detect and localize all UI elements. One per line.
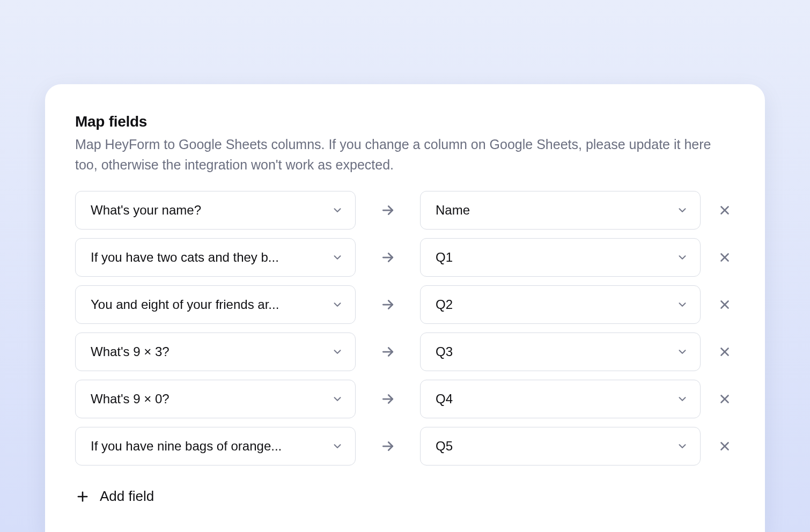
chevron-down-icon: [332, 204, 343, 216]
mapping-row: You and eight of your friends ar... Q2: [75, 285, 735, 324]
source-field-select[interactable]: What's 9 × 3?: [75, 332, 356, 371]
arrow-right-icon: [370, 249, 406, 265]
target-column-label: Q3: [436, 344, 453, 359]
remove-row-button[interactable]: [715, 345, 735, 359]
source-field-label: What's your name?: [91, 203, 201, 218]
target-column-label: Q1: [436, 250, 453, 265]
arrow-right-icon: [370, 438, 406, 454]
arrow-right-icon: [370, 391, 406, 407]
chevron-down-icon: [332, 252, 343, 263]
remove-row-button[interactable]: [715, 250, 735, 264]
chevron-down-icon: [332, 299, 343, 311]
target-column-select[interactable]: Q5: [420, 427, 701, 466]
source-field-select[interactable]: If you have two cats and they b...: [75, 238, 356, 277]
target-column-select[interactable]: Q4: [420, 380, 701, 418]
source-field-label: You and eight of your friends ar...: [91, 297, 279, 312]
section-title: Map fields: [75, 113, 735, 130]
chevron-down-icon: [676, 252, 688, 263]
arrow-right-icon: [370, 297, 406, 313]
source-field-label: If you have two cats and they b...: [91, 250, 279, 265]
map-fields-card: Map fields Map HeyForm to Google Sheets …: [45, 84, 765, 532]
chevron-down-icon: [332, 440, 343, 452]
section-subtitle: Map HeyForm to Google Sheets columns. If…: [75, 135, 719, 175]
mapping-row: If you have two cats and they b... Q1: [75, 238, 735, 277]
remove-row-button[interactable]: [715, 298, 735, 312]
mapping-row: What's 9 × 0? Q4: [75, 380, 735, 418]
target-column-label: Name: [436, 203, 470, 218]
source-field-label: If you have nine bags of orange...: [91, 439, 282, 454]
target-column-select[interactable]: Name: [420, 191, 701, 230]
remove-row-button[interactable]: [715, 392, 735, 406]
mapping-rows: What's your name? Name: [75, 191, 735, 466]
add-field-label: Add field: [100, 488, 154, 505]
source-field-select[interactable]: What's 9 × 0?: [75, 380, 356, 418]
remove-row-button[interactable]: [715, 203, 735, 217]
target-column-select[interactable]: Q2: [420, 285, 701, 324]
arrow-right-icon: [370, 344, 406, 360]
chevron-down-icon: [676, 346, 688, 358]
add-field-button[interactable]: Add field: [75, 488, 154, 505]
chevron-down-icon: [676, 299, 688, 311]
arrow-right-icon: [370, 202, 406, 218]
chevron-down-icon: [676, 393, 688, 405]
mapping-row: If you have nine bags of orange... Q5: [75, 427, 735, 466]
target-column-label: Q2: [436, 297, 453, 312]
source-field-label: What's 9 × 3?: [91, 344, 170, 359]
target-column-select[interactable]: Q3: [420, 332, 701, 371]
source-field-select[interactable]: You and eight of your friends ar...: [75, 285, 356, 324]
chevron-down-icon: [332, 346, 343, 358]
remove-row-button[interactable]: [715, 439, 735, 453]
target-column-label: Q5: [436, 439, 453, 454]
chevron-down-icon: [676, 204, 688, 216]
target-column-label: Q4: [436, 391, 453, 407]
chevron-down-icon: [332, 393, 343, 405]
target-column-select[interactable]: Q1: [420, 238, 701, 277]
source-field-select[interactable]: What's your name?: [75, 191, 356, 230]
mapping-row: What's your name? Name: [75, 191, 735, 230]
plus-icon: [75, 489, 90, 504]
source-field-select[interactable]: If you have nine bags of orange...: [75, 427, 356, 466]
mapping-row: What's 9 × 3? Q3: [75, 332, 735, 371]
source-field-label: What's 9 × 0?: [91, 391, 170, 407]
chevron-down-icon: [676, 440, 688, 452]
